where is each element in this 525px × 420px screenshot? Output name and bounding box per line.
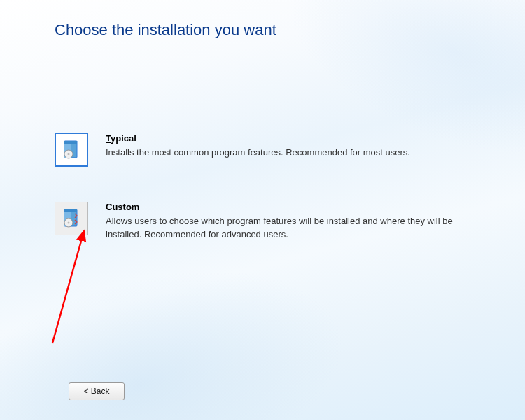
custom-description: Allows users to choose which program fea… (106, 215, 490, 241)
custom-text: Custom Allows users to choose which prog… (106, 202, 490, 241)
typical-description: Installs the most common program feature… (106, 146, 490, 160)
option-typical[interactable]: Typical Installs the most common program… (55, 133, 490, 167)
typical-text: Typical Installs the most common program… (106, 133, 490, 160)
custom-title: Custom (106, 202, 490, 212)
back-button[interactable]: < Back (69, 382, 125, 400)
page-title: Choose the installation you want (55, 21, 276, 39)
svg-rect-7 (64, 209, 77, 212)
typical-title: Typical (106, 133, 490, 144)
svg-point-4 (68, 153, 70, 155)
typical-install-icon (55, 133, 88, 167)
svg-rect-2 (64, 141, 77, 144)
install-options: Typical Installs the most common program… (55, 133, 490, 276)
svg-point-9 (68, 222, 70, 224)
custom-install-icon (55, 202, 88, 235)
option-custom[interactable]: Custom Allows users to choose which prog… (55, 202, 490, 241)
